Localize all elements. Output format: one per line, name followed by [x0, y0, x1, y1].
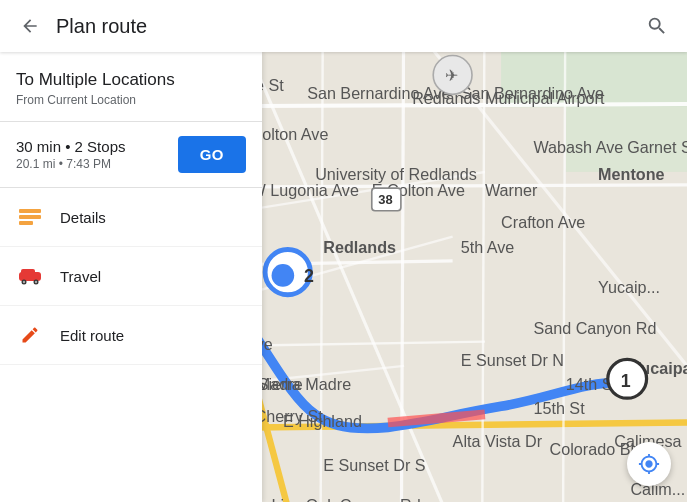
- route-info-section: 30 min • 2 Stops 20.1 mi • 7:43 PM GO: [0, 122, 262, 188]
- svg-text:Redlands Municipal Airport: Redlands Municipal Airport: [412, 89, 605, 107]
- details-label: Details: [60, 209, 106, 226]
- svg-text:Crafton Ave: Crafton Ave: [501, 214, 585, 232]
- svg-text:Wabash Ave: Wabash Ave: [533, 138, 623, 156]
- svg-text:1: 1: [621, 371, 631, 391]
- svg-rect-78: [19, 215, 41, 219]
- details-icon: [16, 206, 44, 228]
- edit-icon: [16, 324, 44, 346]
- svg-text:Live Oak Canyon Rd: Live Oak Canyon Rd: [272, 496, 421, 502]
- svg-text:E Highland: E Highland: [283, 412, 362, 430]
- header: Plan route: [0, 0, 687, 52]
- svg-text:Garnet St: Garnet St: [627, 138, 687, 156]
- svg-text:38: 38: [378, 192, 392, 207]
- menu-item-travel[interactable]: Travel: [0, 247, 262, 306]
- svg-text:Mentone: Mentone: [598, 165, 664, 183]
- edit-label: Edit route: [60, 327, 124, 344]
- travel-label: Travel: [60, 268, 101, 285]
- route-time-distance: 30 min • 2 Stops 20.1 mi • 7:43 PM: [16, 138, 125, 171]
- panel-menu: Details Travel: [0, 188, 262, 502]
- svg-point-85: [35, 281, 37, 283]
- menu-item-edit[interactable]: Edit route: [0, 306, 262, 365]
- back-button[interactable]: [12, 8, 48, 44]
- search-button[interactable]: [639, 8, 675, 44]
- svg-text:✈: ✈: [445, 66, 458, 84]
- svg-text:2: 2: [304, 266, 314, 286]
- svg-text:5th Ave: 5th Ave: [461, 238, 515, 256]
- svg-text:15th St: 15th St: [533, 399, 585, 417]
- back-icon: [20, 16, 40, 36]
- svg-text:University of Redlands: University of Redlands: [315, 165, 477, 183]
- search-icon: [646, 15, 668, 37]
- destination-subtitle: From Current Location: [16, 93, 246, 107]
- route-main-info: 30 min • 2 Stops: [16, 138, 125, 155]
- my-location-icon: [638, 453, 660, 475]
- svg-text:Redlands: Redlands: [323, 238, 396, 256]
- destination-section: To Multiple Locations From Current Locat…: [0, 52, 262, 122]
- svg-text:Yucaip...: Yucaip...: [598, 278, 660, 296]
- svg-text:E Sunset Dr N: E Sunset Dr N: [461, 351, 564, 369]
- svg-rect-77: [19, 209, 41, 213]
- svg-text:E Sunset Dr S: E Sunset Dr S: [323, 456, 426, 474]
- route-panel: To Multiple Locations From Current Locat…: [0, 52, 262, 502]
- go-button[interactable]: GO: [178, 136, 246, 173]
- svg-rect-81: [21, 269, 35, 276]
- svg-text:Colton Ave: Colton Ave: [251, 125, 329, 143]
- menu-item-details[interactable]: Details: [0, 188, 262, 247]
- svg-text:Alta Vista Dr: Alta Vista Dr: [453, 432, 543, 450]
- svg-rect-79: [19, 221, 33, 225]
- svg-point-84: [23, 281, 25, 283]
- svg-text:Warner: Warner: [485, 181, 538, 199]
- page-title: Plan route: [56, 15, 639, 38]
- destination-title: To Multiple Locations: [16, 70, 246, 90]
- my-location-button[interactable]: [627, 442, 671, 486]
- svg-point-75: [272, 264, 295, 287]
- route-sub-info: 20.1 mi • 7:43 PM: [16, 157, 125, 171]
- svg-text:W Lugonia Ave: W Lugonia Ave: [251, 181, 359, 199]
- travel-icon: [16, 265, 44, 287]
- svg-text:Sand Canyon Rd: Sand Canyon Rd: [533, 319, 656, 337]
